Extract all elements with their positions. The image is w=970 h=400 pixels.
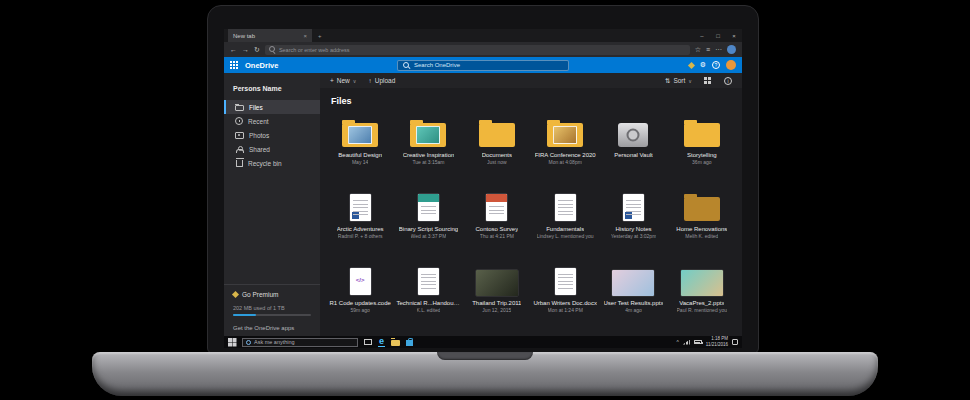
photo-icon bbox=[612, 270, 654, 296]
file-icon-wrap bbox=[476, 265, 518, 297]
folder-icon bbox=[684, 123, 720, 147]
gear-icon[interactable]: ⚙ bbox=[700, 61, 706, 69]
file-icon-wrap bbox=[342, 117, 378, 149]
sidebar-item-files[interactable]: Files bbox=[224, 100, 320, 114]
action-center-icon[interactable] bbox=[732, 339, 738, 345]
new-tab-button[interactable]: + bbox=[312, 29, 328, 42]
onedrive-search-input[interactable]: Search OneDrive bbox=[397, 60, 569, 71]
photo-icon bbox=[476, 270, 518, 296]
search-icon bbox=[269, 46, 276, 53]
file-tile[interactable]: Personal Vault bbox=[599, 110, 667, 184]
file-tile[interactable]: Storytelling36m ago bbox=[668, 110, 736, 184]
file-icon-wrap bbox=[350, 191, 371, 223]
storage-progress-bar bbox=[233, 314, 311, 316]
onedrive-header: OneDrive Search OneDrive ⚙ ? bbox=[224, 57, 742, 73]
file-meta: Tue at 3:15am bbox=[412, 159, 444, 165]
folder-photo-thumb bbox=[553, 126, 577, 144]
help-icon[interactable]: ? bbox=[712, 61, 720, 69]
premium-icon[interactable] bbox=[688, 61, 695, 68]
account-avatar[interactable] bbox=[726, 60, 736, 70]
favorite-star-icon[interactable]: ☆ bbox=[695, 46, 701, 54]
doc-banner bbox=[418, 194, 439, 202]
file-tile[interactable]: FIRA Conference 2020Mon at 4:08pm bbox=[531, 110, 599, 184]
store-icon[interactable] bbox=[406, 340, 413, 346]
file-meta: Jun 12, 2015 bbox=[482, 307, 511, 313]
sidebar-item-shared[interactable]: Shared bbox=[224, 142, 320, 156]
forward-icon[interactable]: → bbox=[242, 46, 249, 53]
tray-chevron-icon[interactable]: ^ bbox=[676, 339, 678, 345]
task-view-icon[interactable] bbox=[364, 339, 372, 345]
refresh-icon[interactable]: ↻ bbox=[254, 46, 260, 54]
folder-photo-icon bbox=[547, 123, 583, 147]
clock-date: 11/21/2016 bbox=[706, 342, 728, 348]
file-explorer-icon[interactable] bbox=[391, 340, 400, 346]
chevron-down-icon: ∨ bbox=[688, 78, 692, 84]
word-icon bbox=[350, 194, 371, 221]
doc-icon bbox=[555, 194, 576, 221]
file-name: R1 Code updates.code bbox=[329, 300, 390, 306]
sort-button[interactable]: ⇅ Sort ∨ bbox=[665, 77, 692, 85]
edge-icon[interactable]: e bbox=[378, 337, 385, 347]
address-input[interactable]: Search or enter web address bbox=[265, 45, 690, 55]
app-launcher-icon[interactable] bbox=[230, 61, 239, 70]
file-name: Documents bbox=[482, 152, 512, 158]
file-tile[interactable]: DocumentsJust now bbox=[463, 110, 531, 184]
get-apps-link[interactable]: Get the OneDrive apps bbox=[233, 325, 311, 331]
file-tile[interactable]: Thailand Trip.2011Jun 12, 2015 bbox=[463, 258, 531, 332]
maximize-icon[interactable]: □ bbox=[710, 29, 726, 42]
vault-icon bbox=[618, 123, 648, 147]
file-tile[interactable]: VacaPres_2.pptxPaul R. mentioned you bbox=[668, 258, 736, 332]
upload-button[interactable]: ↑ Upload bbox=[368, 77, 395, 84]
file-tile[interactable]: FundamentalsLindsey L. mentioned you bbox=[531, 184, 599, 258]
start-button[interactable] bbox=[228, 338, 236, 346]
app-title: OneDrive bbox=[245, 61, 278, 70]
main-content: + New ∨ ↑ Upload ⇅ Sort ∨ bbox=[320, 73, 742, 336]
file-tile[interactable]: User Test Results.pptx4m ago bbox=[599, 258, 667, 332]
sidebar-item-recycle-bin[interactable]: Recycle bin bbox=[224, 156, 320, 170]
battery-icon[interactable] bbox=[694, 340, 702, 344]
file-name: Home Renovations bbox=[676, 226, 727, 232]
go-premium-link[interactable]: Go Premium bbox=[233, 291, 311, 298]
file-tile[interactable]: Home RenovationsMelih K. edited bbox=[668, 184, 736, 258]
file-meta: Paul R. mentioned you bbox=[677, 307, 728, 313]
grid-view-icon[interactable] bbox=[704, 77, 712, 85]
back-icon[interactable]: ← bbox=[230, 46, 237, 53]
file-tile[interactable]: Beautiful DesignMay 14 bbox=[326, 110, 394, 184]
go-premium-label: Go Premium bbox=[242, 291, 278, 298]
file-tile[interactable]: Arctic AdventuresRadmil P. + 8 others bbox=[326, 184, 394, 258]
file-tile[interactable]: Creative InspirationTue at 3:15am bbox=[394, 110, 462, 184]
file-icon-wrap bbox=[623, 191, 644, 223]
file-tile[interactable]: Contoso SurveyThu at 4:21 PM bbox=[463, 184, 531, 258]
file-icon-wrap bbox=[618, 117, 648, 149]
file-meta: Radmil P. + 8 others bbox=[338, 233, 383, 239]
file-meta: Melih K. edited bbox=[685, 233, 718, 239]
browser-avatar[interactable] bbox=[727, 45, 736, 54]
file-tile[interactable]: History NotesYesterday at 3:02pm bbox=[599, 184, 667, 258]
banner-icon bbox=[486, 194, 507, 221]
banner-icon bbox=[418, 194, 439, 221]
file-name: FIRA Conference 2020 bbox=[535, 152, 596, 158]
sidebar-user-name: Persons Name bbox=[224, 85, 320, 100]
network-icon[interactable] bbox=[683, 340, 690, 345]
minimize-icon[interactable]: – bbox=[694, 29, 710, 42]
file-name: Creative Inspiration bbox=[403, 152, 455, 158]
sidebar-item-photos[interactable]: Photos bbox=[224, 128, 320, 142]
more-icon[interactable]: ⋯ bbox=[715, 46, 722, 54]
file-tile[interactable]: Binary Script SourcingWed at 3:37 PM bbox=[394, 184, 462, 258]
laptop-base bbox=[92, 352, 878, 396]
file-tile[interactable]: R1 Code updates.code59m ago bbox=[326, 258, 394, 332]
info-icon[interactable]: i bbox=[724, 77, 732, 85]
folder-photo-icon bbox=[342, 123, 378, 147]
file-meta: 4m ago bbox=[625, 307, 642, 313]
browser-tab[interactable]: New tab × bbox=[228, 29, 312, 42]
file-tile[interactable]: Urban Writers Doc.docxMon at 1:24 PM bbox=[531, 258, 599, 332]
tab-close-icon[interactable]: × bbox=[303, 33, 307, 39]
folder-photo-icon bbox=[410, 123, 446, 147]
sidebar-item-recent[interactable]: Recent bbox=[224, 114, 320, 128]
new-button[interactable]: + New ∨ bbox=[330, 77, 356, 84]
hub-icon[interactable]: ≡ bbox=[706, 46, 710, 53]
taskbar-clock[interactable]: 1:18 PM 11/21/2016 bbox=[706, 336, 728, 347]
file-tile[interactable]: Technical R...Handout.pptxK.L. edited bbox=[394, 258, 462, 332]
taskbar-search-input[interactable]: Ask me anything bbox=[242, 338, 358, 347]
close-icon[interactable]: × bbox=[726, 29, 742, 42]
